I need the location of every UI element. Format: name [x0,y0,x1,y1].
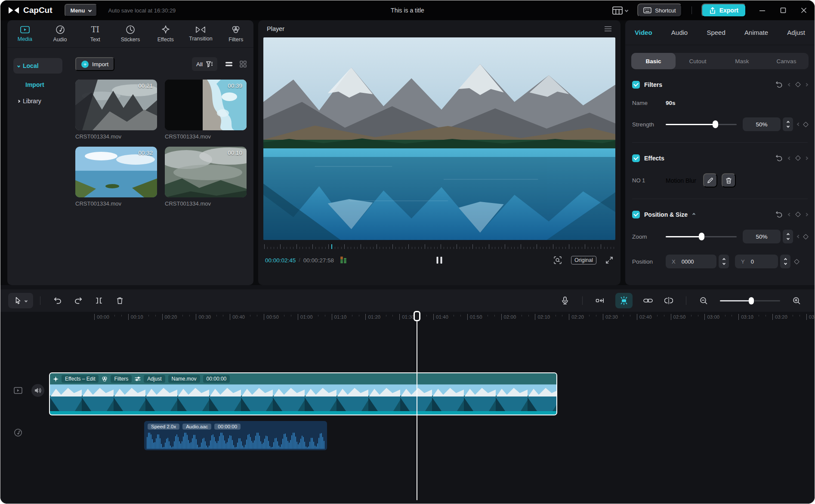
export-button[interactable]: Export [701,3,746,17]
position-x-field[interactable]: X 0000 [666,255,716,268]
zoom-value[interactable]: 50% [743,230,781,243]
tab-animate[interactable]: Animate [744,29,768,36]
timeline-zoom-in-button[interactable] [791,295,802,306]
prev-keyframe-icon[interactable] [797,123,800,126]
media-item[interactable]: 00:10 CRST001334.mov [165,147,247,207]
position-y-field[interactable]: Y 0 [735,255,778,268]
media-thumbnail-foggy-forest[interactable]: 00:10 [165,147,247,197]
playhead-pin[interactable] [414,311,420,321]
subtab-cutout[interactable]: Cutout [676,53,720,69]
media-item[interactable]: 00:32 CRST001334.mov [75,147,157,207]
split-button[interactable] [94,295,104,306]
keyframe-icon[interactable] [794,259,800,264]
media-item[interactable]: 00:39 CRST001334.mov [165,80,247,140]
tab-adjust[interactable]: Adjust [787,29,805,36]
close-icon[interactable] [801,7,807,13]
undo-button[interactable] [52,295,63,306]
keyframe-icon[interactable] [803,234,809,240]
tab-effects[interactable]: Effects [148,20,183,47]
filters-badge[interactable]: Filters [111,375,132,383]
fullscreen-icon[interactable] [605,256,614,264]
redo-button[interactable] [73,295,83,306]
audio-clip[interactable]: Speed 2.0x Audio.aac 00:00:00 [144,421,327,450]
tab-media[interactable]: Media [7,20,43,47]
effects-edit-badge[interactable]: Effects – Edit [62,375,99,383]
layout-toggle-button[interactable] [612,6,628,15]
media-thumbnail-ocean-wave[interactable]: 00:39 [165,80,247,130]
prev-keyframe-icon[interactable] [788,156,791,160]
mirror-split-button[interactable] [664,295,674,306]
media-thumbnail-mountain-peaks[interactable]: 00:21 [75,80,157,130]
adjust-badge[interactable]: Adjust [144,375,165,383]
prev-keyframe-icon[interactable] [797,235,800,238]
edit-effect-button[interactable] [703,173,717,187]
auto-ripple-button[interactable] [615,293,633,308]
effects-checkbox[interactable] [632,154,640,162]
keyframe-icon[interactable] [795,212,801,217]
sidebar-item-local[interactable]: Local [13,58,62,74]
timeline-zoom-out-button[interactable] [698,295,709,306]
tab-video[interactable]: Video [635,29,652,36]
link-clips-button[interactable] [643,295,653,306]
keyframe-icon[interactable] [795,155,801,161]
media-thumbnail-lake-clouds[interactable]: 00:32 [75,147,157,197]
tab-transition[interactable]: Transition [183,20,219,47]
sidebar-item-import[interactable]: Import [21,77,62,92]
strength-slider[interactable] [666,124,737,125]
delete-button[interactable] [114,295,125,306]
zoom-slider[interactable] [666,236,737,237]
minimize-icon[interactable] [759,7,766,14]
prev-keyframe-icon[interactable] [788,212,791,216]
timeline-zoom-slider[interactable] [720,300,780,301]
timeline-ruler[interactable]: 00:0000:1000:2000:3000:4000:5001:0001:10… [0,312,815,323]
original-resolution-button[interactable]: Original [571,256,596,264]
view-grid-icon[interactable] [240,61,247,68]
position-y-stepper[interactable] [780,255,790,268]
shortcut-button[interactable]: Shortcut [637,3,682,17]
tab-filters[interactable]: Filters [218,20,253,47]
subtab-mask[interactable]: Mask [720,53,764,69]
filters-checkbox[interactable] [632,81,640,89]
next-keyframe-icon[interactable] [805,156,808,160]
menu-button[interactable]: Menu [65,4,97,17]
pause-button[interactable] [437,257,442,264]
subtab-canvas[interactable]: Canvas [764,53,809,69]
strength-stepper[interactable] [783,117,793,131]
view-list-icon[interactable] [225,61,233,67]
next-keyframe-icon[interactable] [805,212,808,216]
player-menu-icon[interactable] [604,26,612,31]
playhead[interactable] [417,311,417,500]
reset-icon[interactable] [775,154,783,162]
tab-stickers[interactable]: Stickers [113,20,148,47]
strength-value[interactable]: 50% [743,117,781,131]
media-item[interactable]: 00:21 CRST001334.mov [75,80,157,140]
tab-audio-settings[interactable]: Audio [671,29,688,36]
prev-keyframe-icon[interactable] [788,83,791,86]
collapse-caret-icon[interactable] [692,213,695,216]
import-button[interactable]: + Import [75,57,114,71]
video-track-icon[interactable] [12,384,25,397]
keyframe-icon[interactable] [803,122,809,127]
maximize-icon[interactable] [780,7,786,13]
sidebar-item-library[interactable]: Library [13,93,62,109]
position-size-checkbox[interactable] [632,211,640,218]
audio-track-icon[interactable] [12,426,25,439]
speed-badge[interactable]: Speed 2.0x [148,424,179,430]
subtab-basic[interactable]: Basic [631,53,676,69]
delete-effect-button[interactable] [722,173,736,187]
track-audio-toggle[interactable] [31,384,44,397]
select-tool-button[interactable] [8,293,33,308]
tab-text[interactable]: TI Text [77,20,113,47]
tab-audio[interactable]: Audio [43,20,78,47]
record-voiceover-button[interactable] [560,295,570,306]
position-x-stepper[interactable] [719,255,729,268]
tab-speed[interactable]: Speed [707,29,725,36]
reset-icon[interactable] [775,210,783,218]
frame-zoom-icon[interactable] [553,255,562,265]
next-keyframe-icon[interactable] [805,83,808,86]
zoom-stepper[interactable] [783,230,793,243]
player-scrubber[interactable] [264,243,614,250]
video-viewport[interactable] [263,37,615,240]
video-clip[interactable]: Effects – Edit Filters Adjust Name.mov 0… [49,372,557,415]
media-filter-button[interactable]: All [192,57,217,71]
